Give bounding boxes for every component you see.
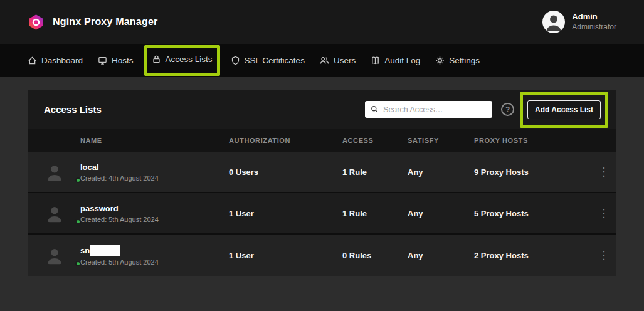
access-cell: 1 Rule <box>342 209 408 218</box>
online-status-dot <box>75 177 81 183</box>
user-name: Admin <box>572 12 616 22</box>
proxy-hosts-cell: 2 Proxy Hosts <box>474 251 594 260</box>
authorization-cell: 0 Users <box>229 167 342 177</box>
search-icon <box>371 105 379 113</box>
nav-item-settings[interactable]: Settings <box>435 56 480 65</box>
column-header-proxy-hosts: PROXY HOSTS <box>474 137 594 144</box>
user-avatar <box>542 11 565 33</box>
name-cell: password Created: 5th August 2024 <box>80 204 229 223</box>
proxy-hosts-cell: 5 Proxy Hosts <box>474 209 594 218</box>
avatar-cell <box>28 203 80 224</box>
created-date: Created: 4th August 2024 <box>80 174 229 182</box>
table-header-row: NAME AUTHORIZATION ACCESS SATISFY PROXY … <box>28 129 616 152</box>
nav-item-audit-log[interactable]: Audit Log <box>371 56 420 65</box>
access-cell: 1 Rule <box>342 167 408 177</box>
search-box <box>365 101 492 118</box>
add-access-list-button[interactable]: Add Access List <box>527 100 601 119</box>
nav-label: SSL Certificates <box>245 56 305 65</box>
table-row[interactable]: local Created: 4th August 2024 0 Users 1… <box>28 152 616 193</box>
nav-label: Access Lists <box>166 55 213 64</box>
avatar-cell <box>28 161 80 182</box>
users-icon <box>320 56 329 65</box>
annotation-highlight-access-lists: Access Lists <box>144 45 220 76</box>
gear-icon <box>435 56 445 65</box>
satisfy-cell: Any <box>408 209 474 218</box>
user-menu[interactable]: Admin Administrator <box>542 11 616 33</box>
access-list-name: sn <box>80 246 90 255</box>
redaction-overlay <box>90 245 120 256</box>
nav-label: Hosts <box>112 56 134 65</box>
annotation-highlight-add-button: Add Access List <box>520 92 608 128</box>
main-nav: Dashboard Hosts Access Lists SSL Certifi… <box>0 44 644 77</box>
nav-item-dashboard[interactable]: Dashboard <box>28 56 83 65</box>
shield-icon <box>231 56 240 65</box>
app-root: Nginx Proxy Manager Admin Administrator … <box>0 0 644 311</box>
access-lists-card: Access Lists ? Add Access List NAME AUTH… <box>28 90 616 276</box>
column-header-name: NAME <box>80 137 229 144</box>
user-role: Administrator <box>572 23 616 32</box>
npm-logo-icon <box>28 14 45 31</box>
online-status-dot <box>75 261 81 266</box>
row-menu-button[interactable]: ⋮ <box>594 164 613 180</box>
access-cell: 0 Rules <box>342 251 408 260</box>
access-list-name: local <box>80 162 99 172</box>
nav-label: Audit Log <box>384 56 420 65</box>
created-date: Created: 5th August 2024 <box>80 258 229 266</box>
search-input[interactable] <box>383 105 487 114</box>
created-date: Created: 5th August 2024 <box>80 216 229 223</box>
satisfy-cell: Any <box>408 251 474 260</box>
proxy-hosts-cell: 9 Proxy Hosts <box>474 167 594 177</box>
nav-item-users[interactable]: Users <box>320 56 356 65</box>
nav-label: Users <box>334 56 356 65</box>
book-icon <box>371 56 380 65</box>
user-meta: Admin Administrator <box>572 12 616 31</box>
top-header: Nginx Proxy Manager Admin Administrator <box>0 0 644 44</box>
nav-label: Dashboard <box>41 56 83 65</box>
nav-item-hosts[interactable]: Hosts <box>98 56 134 65</box>
column-header-satisfy: SATISFY <box>408 137 474 144</box>
home-icon <box>28 56 37 65</box>
app-title: Nginx Proxy Manager <box>53 16 157 28</box>
row-menu-button[interactable]: ⋮ <box>594 205 613 221</box>
avatar-cell <box>28 245 80 266</box>
monitor-icon <box>98 56 107 65</box>
kebab-menu-icon: ⋮ <box>598 249 610 261</box>
person-icon <box>44 161 65 182</box>
help-button[interactable]: ? <box>501 103 514 116</box>
table-row[interactable]: sn Created: 5th August 2024 1 User 0 Rul… <box>28 235 616 276</box>
row-menu-button[interactable]: ⋮ <box>594 247 613 263</box>
name-cell: local Created: 4th August 2024 <box>80 162 229 182</box>
person-icon <box>44 245 65 266</box>
authorization-cell: 1 User <box>229 209 342 218</box>
nav-item-ssl-certificates[interactable]: SSL Certificates <box>231 56 305 65</box>
content-area: Access Lists ? Add Access List NAME AUTH… <box>0 77 644 276</box>
column-header-authorization: AUTHORIZATION <box>229 137 342 144</box>
nav-label: Settings <box>449 56 480 65</box>
table-row[interactable]: password Created: 5th August 2024 1 User… <box>28 193 616 235</box>
access-list-name: password <box>80 204 119 213</box>
avatar <box>44 245 80 266</box>
column-header-access: ACCESS <box>342 137 408 144</box>
person-icon <box>542 11 565 33</box>
page-title: Access Lists <box>44 104 102 115</box>
authorization-cell: 1 User <box>229 251 342 260</box>
lock-icon <box>152 55 161 64</box>
kebab-menu-icon: ⋮ <box>598 166 610 178</box>
online-status-dot <box>75 219 81 224</box>
help-icon: ? <box>505 105 510 114</box>
avatar <box>44 161 80 182</box>
nav-item-access-lists[interactable]: Access Lists <box>152 55 213 64</box>
avatar <box>44 203 80 224</box>
satisfy-cell: Any <box>408 167 474 177</box>
person-icon <box>44 203 65 224</box>
name-cell: sn Created: 5th August 2024 <box>80 245 229 266</box>
kebab-menu-icon: ⋮ <box>598 207 610 219</box>
brand: Nginx Proxy Manager <box>28 14 157 31</box>
card-header: Access Lists ? Add Access List <box>28 90 616 129</box>
